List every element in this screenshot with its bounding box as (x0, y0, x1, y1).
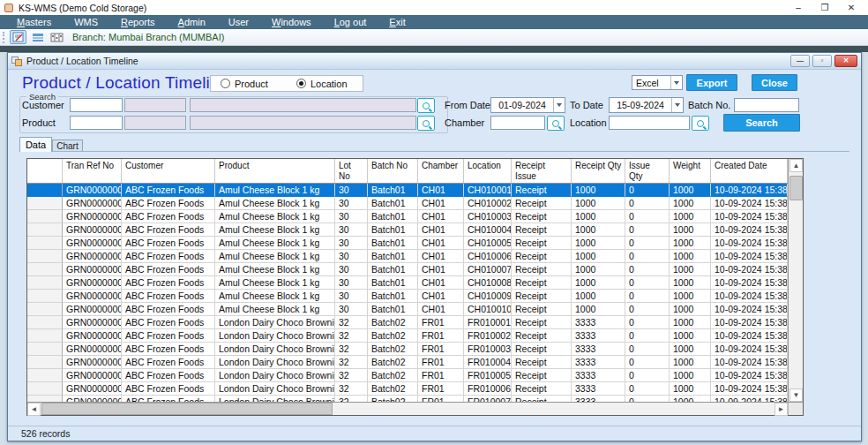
grid-cell[interactable]: Receipt (512, 210, 572, 223)
grid-cell[interactable]: 0 (625, 237, 670, 250)
grid-cell[interactable]: GRN00000001 (63, 316, 122, 329)
grid-cell[interactable]: 10-09-2024 15:38 (711, 369, 788, 382)
grid-cell[interactable]: Receipt (512, 250, 572, 263)
grid-cell[interactable]: 10-09-2024 15:38 (711, 303, 788, 316)
grid-cell[interactable]: 1000 (572, 184, 625, 197)
menu-item-exit[interactable]: Exit (378, 15, 416, 29)
grid-column-header[interactable]: Receipt Qty (572, 159, 625, 183)
product-search-button[interactable] (417, 116, 435, 131)
grid-cell[interactable]: 10-09-2024 15:38 (711, 223, 788, 237)
grid-cell[interactable]: Batch02 (368, 382, 418, 396)
grid-cell[interactable]: 3333 (572, 369, 625, 382)
grid-cell[interactable]: 32 (335, 343, 368, 356)
grid-cell[interactable]: GRN00000001 (63, 396, 122, 402)
grid-cell[interactable]: GRN00000001 (63, 369, 122, 382)
export-format-select[interactable]: Excel (632, 75, 683, 90)
grid-cell[interactable]: CH01 (418, 290, 464, 303)
grid-row-header[interactable] (27, 382, 63, 396)
grid-cell[interactable]: 1000 (670, 316, 711, 329)
customer-search-button[interactable] (417, 98, 435, 113)
grid-cell[interactable]: 30 (335, 276, 368, 290)
grid-column-header[interactable]: Issue Qty (625, 159, 670, 183)
location-search-button[interactable] (692, 116, 709, 131)
grid-cell[interactable]: FR010007 (464, 396, 512, 402)
grid-cell[interactable]: London Dairy Choco Brownie 500 ml (215, 316, 335, 329)
grid-row-header[interactable] (27, 303, 63, 316)
grid-cell[interactable]: Receipt (512, 396, 572, 402)
grid-cell[interactable]: FR01 (418, 316, 464, 329)
product-code-input[interactable] (70, 116, 123, 130)
grid-cell[interactable]: CH01 (418, 184, 464, 197)
grid-cell[interactable]: Receipt (512, 223, 572, 237)
grid-cell[interactable]: Receipt (512, 263, 572, 276)
grid-row[interactable]: GRN00000001ABC Frozen FoodsLondon Dairy … (27, 369, 788, 382)
grid-cell[interactable]: FR010005 (464, 369, 512, 382)
grid-cell[interactable]: ABC Frozen Foods (122, 290, 215, 303)
grid-cell[interactable]: GRN00000001 (63, 303, 122, 316)
grid-cell[interactable]: GRN00000001 (63, 250, 122, 263)
radio-product-circle[interactable] (221, 79, 230, 88)
list-icon[interactable] (29, 30, 46, 44)
grid-cell[interactable]: Receipt (512, 197, 572, 210)
radio-location[interactable]: Location (296, 79, 348, 89)
grid-row[interactable]: GRN00000001ABC Frozen FoodsAmul Cheese B… (27, 184, 788, 197)
grid-cell[interactable]: CH010005 (464, 237, 512, 250)
scroll-left-icon[interactable]: ◄ (27, 403, 41, 416)
grid-cell[interactable]: 1000 (572, 197, 625, 210)
grid-cell[interactable]: Amul Cheese Block 1 kg (215, 237, 335, 250)
grid-cell[interactable]: 0 (625, 263, 670, 276)
grid-cell[interactable]: 0 (625, 290, 670, 303)
grid-row-header[interactable] (27, 223, 63, 237)
grid-cell[interactable]: 0 (625, 329, 670, 343)
grid-cell[interactable]: ABC Frozen Foods (122, 343, 215, 356)
grid-cell[interactable]: 0 (625, 223, 670, 237)
grid-cell[interactable]: FR01 (418, 343, 464, 356)
grid-cell[interactable]: Batch02 (368, 356, 418, 369)
grid-cell[interactable]: CH01 (418, 223, 464, 237)
chevron-down-icon[interactable] (553, 98, 565, 112)
grid-cell[interactable]: 1000 (670, 356, 711, 369)
grid-cell[interactable]: Receipt (512, 290, 572, 303)
grid-cell[interactable]: 1000 (670, 250, 711, 263)
grid-cell[interactable]: Receipt (512, 329, 572, 343)
grid-cell[interactable]: CH01 (418, 237, 464, 250)
grid-cell[interactable]: CH01 (418, 250, 464, 263)
grid-cell[interactable]: 10-09-2024 15:38 (711, 210, 788, 223)
grid-cell[interactable]: 0 (625, 316, 670, 329)
grid-cell[interactable]: 30 (335, 197, 368, 210)
grid-cell[interactable]: 3333 (572, 356, 625, 369)
grid-row[interactable]: GRN00000001ABC Frozen FoodsAmul Cheese B… (27, 223, 788, 237)
from-date-picker[interactable]: 01-09-2024 (490, 97, 565, 113)
chamber-input[interactable] (490, 116, 545, 130)
grid-column-header[interactable]: Created Date (711, 159, 788, 183)
grid-cell[interactable]: ABC Frozen Foods (122, 396, 215, 402)
grid-cell[interactable]: Amul Cheese Block 1 kg (215, 197, 335, 210)
grid-cell[interactable]: GRN00000001 (63, 263, 122, 276)
close-button[interactable]: ✕ (838, 0, 864, 15)
grid-cell[interactable]: FR010003 (464, 343, 512, 356)
grid-cell[interactable]: Receipt (512, 237, 572, 250)
grid-row-header[interactable] (27, 250, 63, 263)
grid-cell[interactable]: 1000 (670, 210, 711, 223)
child-maximize-button[interactable]: ▫ (812, 55, 832, 67)
grid-cell[interactable]: 30 (335, 237, 368, 250)
grid-cell[interactable]: 0 (625, 250, 670, 263)
grid-cell[interactable]: 1000 (670, 382, 711, 396)
grid-cell[interactable]: Batch01 (368, 263, 418, 276)
grid-cell[interactable]: 10-09-2024 15:38 (711, 263, 788, 276)
grid-cell[interactable]: 1000 (670, 303, 711, 316)
grid-cell[interactable]: Receipt (512, 382, 572, 396)
grid-cell[interactable]: FR01 (418, 356, 464, 369)
grid-cell[interactable]: CH010002 (464, 197, 512, 210)
grid-cell[interactable]: Amul Cheese Block 1 kg (215, 250, 335, 263)
grid-cell[interactable]: 3333 (572, 382, 625, 396)
grid-cell[interactable]: 10-09-2024 15:38 (711, 356, 788, 369)
grid-cell[interactable]: GRN00000001 (63, 197, 122, 210)
grid-cell[interactable]: Batch02 (368, 396, 418, 402)
grid-row-header[interactable] (27, 343, 63, 356)
close-form-button[interactable]: Close (752, 74, 797, 91)
menu-item-user[interactable]: User (217, 15, 260, 29)
grid-row[interactable]: GRN00000001ABC Frozen FoodsAmul Cheese B… (27, 237, 788, 250)
grid-row[interactable]: GRN00000001ABC Frozen FoodsAmul Cheese B… (27, 303, 788, 316)
search-button[interactable]: Search (723, 114, 800, 132)
